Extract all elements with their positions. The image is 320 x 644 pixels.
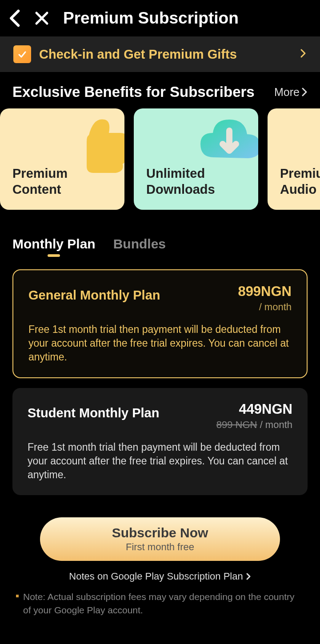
checkin-banner[interactable]: Check-in and Get Premium Gifts (0, 36, 320, 72)
more-link[interactable]: More (274, 86, 308, 99)
benefits-title: Exclusive Benefits for Subscribers (12, 84, 255, 100)
chevron-right-icon (300, 48, 307, 60)
plan-period: / month (238, 301, 292, 313)
footnote: Note: Actual subscription fees may vary … (0, 582, 320, 616)
more-label: More (274, 86, 300, 99)
plan-price: 449NGN (216, 401, 292, 417)
plan-description: Free 1st month trial then payment will b… (28, 440, 292, 482)
footnote-text: Note: Actual subscription fees may vary … (23, 590, 304, 616)
subscribe-title: Subscribe Now (49, 525, 271, 540)
calendar-check-icon (13, 45, 31, 63)
banner-text: Check-in and Get Premium Gifts (39, 47, 292, 62)
old-price: 899 NGN (216, 419, 257, 430)
card-label: Premium Content (12, 165, 112, 198)
card-label: Unlimited Downloads (146, 165, 246, 198)
benefit-card-unlimited-downloads[interactable]: Unlimited Downloads (134, 108, 258, 210)
plan-period: 899 NGN / month (216, 419, 292, 431)
benefit-card-premium-content[interactable]: Premium Content (0, 108, 124, 210)
tab-monthly-plan[interactable]: Monthly Plan (12, 236, 96, 252)
benefit-card-premium-audio[interactable]: Premium Audio (268, 108, 320, 210)
card-label: Premium Audio (280, 165, 320, 198)
notes-label: Notes on Google Play Subscription Plan (69, 571, 243, 582)
plan-price: 899NGN (238, 284, 292, 300)
plan-general[interactable]: General Monthly Plan 899NGN / month Free… (12, 269, 308, 378)
plan-description: Free 1st month trial then payment will b… (28, 323, 292, 364)
tab-bundles[interactable]: Bundles (113, 236, 166, 252)
subscribe-button[interactable]: Subscribe Now First month free (40, 517, 280, 561)
subscribe-subtitle: First month free (49, 541, 271, 553)
plan-name: Student Monthly Plan (28, 406, 159, 420)
chevron-right-icon (246, 572, 251, 580)
close-icon[interactable] (34, 10, 50, 26)
page-title: Premium Subscription (63, 9, 239, 28)
bullet-icon (16, 595, 19, 597)
back-icon[interactable] (8, 9, 20, 28)
plan-name: General Monthly Plan (28, 288, 160, 303)
notes-link[interactable]: Notes on Google Play Subscription Plan (0, 571, 320, 582)
plan-student[interactable]: Student Monthly Plan 449NGN 899 NGN / mo… (12, 388, 308, 495)
benefit-cards[interactable]: Premium Content Unlimited Downloads Prem… (0, 108, 320, 210)
